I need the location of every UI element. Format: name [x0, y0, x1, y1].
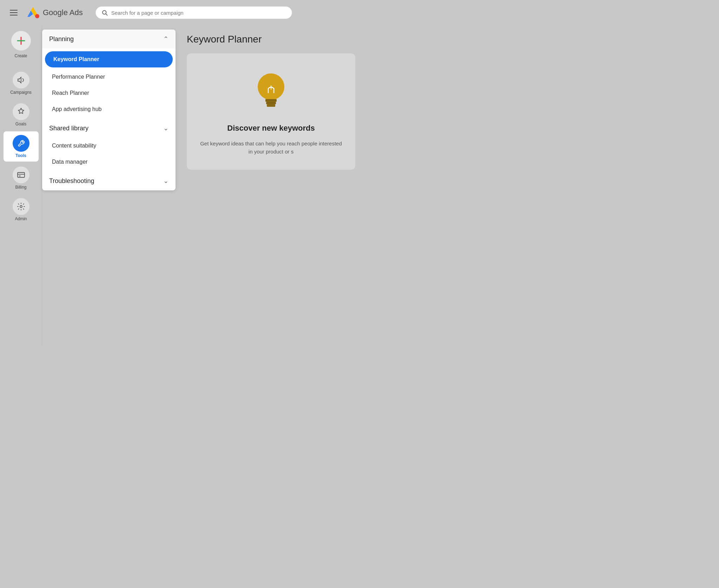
tools-icon	[13, 135, 29, 152]
svg-point-9	[20, 205, 22, 208]
planning-chevron-icon: ⌃	[163, 35, 169, 43]
keyword-planner-item[interactable]: Keyword Planner	[45, 51, 173, 67]
search-bar[interactable]	[95, 6, 292, 19]
data-manager-label: Data manager	[52, 159, 87, 165]
planning-label: Planning	[49, 35, 74, 43]
planning-section-header[interactable]: Planning ⌃	[42, 30, 176, 48]
svg-rect-11	[265, 99, 277, 102]
troubleshooting-chevron-icon: ⌄	[163, 177, 169, 185]
app-advertising-hub-item[interactable]: App advertising hub	[42, 101, 176, 117]
keyword-planner-info-card: Discover new keywords Get keyword ideas …	[187, 53, 355, 170]
hamburger-menu-button[interactable]	[7, 7, 20, 18]
admin-label: Admin	[15, 216, 27, 221]
troubleshooting-label: Troubleshooting	[49, 177, 94, 185]
data-manager-item[interactable]: Data manager	[42, 154, 176, 170]
sidebar-item-goals[interactable]: Goals	[4, 100, 39, 130]
billing-label: Billing	[15, 185, 26, 190]
sidebar-item-billing[interactable]: Billing	[4, 163, 39, 193]
shared-library-section-header[interactable]: Shared library ⌄	[42, 119, 176, 138]
content-suitability-label: Content suitability	[52, 143, 96, 149]
shared-library-chevron-icon: ⌄	[163, 124, 169, 132]
reach-planner-item[interactable]: Reach Planner	[42, 85, 176, 101]
create-label: Create	[14, 53, 27, 58]
create-section: Create	[11, 31, 31, 64]
app-title: Google Ads	[43, 8, 83, 17]
reach-planner-label: Reach Planner	[52, 90, 89, 96]
nav-panel-area: Planning ⌃ Keyword Planner Performance P…	[42, 25, 176, 346]
campaigns-icon	[13, 72, 29, 89]
create-button[interactable]	[11, 31, 31, 51]
goals-icon	[13, 103, 29, 120]
active-item-wrapper: Keyword Planner	[42, 48, 176, 69]
search-input[interactable]	[111, 10, 286, 16]
svg-rect-6	[18, 172, 25, 177]
billing-icon	[13, 166, 29, 183]
logo-area: Google Ads	[26, 6, 83, 20]
sidebar-item-campaigns[interactable]: Campaigns	[4, 68, 39, 98]
tools-label: Tools	[15, 153, 26, 158]
content-area: Keyword Planner Discover new keywords Ge…	[176, 25, 423, 346]
card-title: Discover new keywords	[227, 124, 315, 133]
admin-icon	[13, 198, 29, 215]
shared-library-label: Shared library	[49, 125, 88, 132]
sidebar: Create Campaigns Goals	[0, 25, 42, 346]
app-advertising-hub-label: App advertising hub	[52, 106, 101, 112]
svg-rect-13	[267, 104, 275, 107]
performance-planner-label: Performance Planner	[52, 74, 105, 80]
search-icon	[101, 9, 108, 16]
sidebar-item-tools[interactable]: Tools	[4, 131, 39, 162]
svg-line-3	[106, 14, 107, 15]
page-title: Keyword Planner	[187, 34, 411, 45]
troubleshooting-section-header[interactable]: Troubleshooting ⌄	[42, 171, 176, 190]
sidebar-item-admin[interactable]: Admin	[4, 195, 39, 225]
svg-point-1	[35, 14, 39, 18]
lightbulb-icon	[250, 67, 292, 117]
dropdown-panel: Planning ⌃ Keyword Planner Performance P…	[42, 30, 176, 190]
goals-label: Goals	[15, 122, 26, 126]
header: Google Ads	[0, 0, 423, 25]
google-ads-logo-icon	[26, 6, 40, 20]
card-description: Get keyword ideas that can help you reac…	[198, 140, 344, 156]
main-layout: Create Campaigns Goals	[0, 25, 423, 346]
campaigns-label: Campaigns	[10, 90, 32, 95]
content-suitability-item[interactable]: Content suitability	[42, 138, 176, 154]
performance-planner-item[interactable]: Performance Planner	[42, 69, 176, 85]
plus-icon	[16, 36, 26, 46]
keyword-planner-label: Keyword Planner	[53, 56, 99, 63]
